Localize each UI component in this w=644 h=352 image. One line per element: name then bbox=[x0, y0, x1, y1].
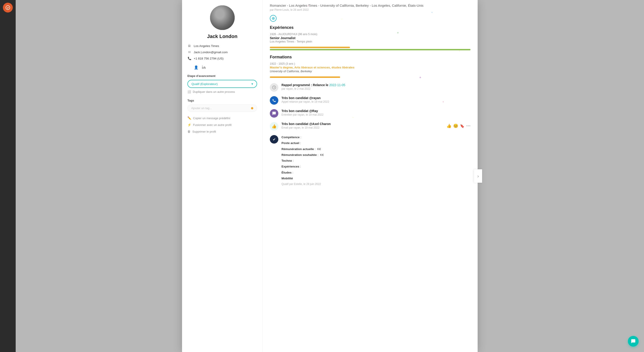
email-timeline-icon: 👍 bbox=[270, 122, 278, 131]
email-value: Jack.London@gmail.com bbox=[194, 50, 228, 54]
rappel-date-link[interactable]: 2022-11-05 bbox=[329, 83, 345, 87]
duplicate-icon: ⬜ bbox=[188, 90, 191, 93]
svg-point-3 bbox=[216, 20, 229, 30]
timeline-item-call: Très bon candidat @rayan Appel relance p… bbox=[270, 96, 470, 105]
rappel-title: Rappel programmé : Relance le 2022-11-05 bbox=[282, 83, 470, 87]
confetti-2: ─ bbox=[341, 18, 342, 20]
email-meta: Email par rayan, le 19 mai 2022 bbox=[282, 126, 443, 129]
exp-company: Los Angeles Times · Temps plein bbox=[270, 40, 470, 43]
copy-message-label: Copier un message prédéfini bbox=[193, 117, 230, 120]
merge-profile-action[interactable]: ⚡ Fusionner avec un autre profil bbox=[188, 123, 257, 127]
company-name: Los Angeles Times bbox=[194, 44, 219, 48]
pencil-icon: ✏️ bbox=[188, 116, 191, 120]
exp-progress-orange bbox=[270, 47, 350, 48]
contact-info: 🏛 Los Angeles Times ✉ Jack.London@gmail.… bbox=[188, 44, 257, 60]
avatar-image bbox=[210, 5, 235, 30]
formation-progress bbox=[270, 76, 340, 78]
stage-value: Qualif (Explorateur) bbox=[192, 82, 218, 86]
copy-message-action[interactable]: ✏️ Copier un message prédéfini bbox=[188, 116, 257, 120]
main-content: Jack London 🏛 Los Angeles Times ✉ Jack.L… bbox=[16, 0, 644, 352]
qual-remuneration-actuelle: Rémunération actuelle : K€ bbox=[282, 147, 470, 151]
qual-competence: Compétence : bbox=[282, 135, 470, 140]
qual-meta: Qualif par Estelle, le 28 juin 2022 bbox=[282, 182, 470, 186]
dropdown-chevron: ▾ bbox=[252, 82, 253, 86]
formation-date: 1922 - 1925 (3 ans ) bbox=[270, 62, 470, 65]
timeline-item-interview: Très bon candidat @Ray Entretien par ray… bbox=[270, 109, 470, 118]
svg-point-1 bbox=[218, 10, 226, 19]
interview-content: Très bon candidat @Ray Entretien par ray… bbox=[282, 109, 470, 116]
profile-meta: par Pierre-Louis, le 26 avril 2022 bbox=[270, 8, 470, 11]
svg-point-4 bbox=[202, 66, 203, 66]
call-icon bbox=[270, 96, 278, 105]
more-reactions[interactable]: ••• bbox=[466, 124, 470, 128]
call-meta: Appel relance par rayan, le 19 mai 2022 bbox=[282, 100, 470, 103]
candidate-modal: Jack London 🏛 Los Angeles Times ✉ Jack.L… bbox=[182, 0, 478, 352]
avatar-container bbox=[188, 5, 257, 30]
tag-input[interactable]: Ajouter un tag... bbox=[188, 104, 257, 112]
timeline-item-rappel: Rappel programmé : Relance le 2022-11-05… bbox=[270, 83, 470, 92]
exp-title: Senior Journalist bbox=[270, 36, 470, 40]
confetti-4: ✦ bbox=[431, 11, 433, 14]
smiley-reaction[interactable]: 😊 bbox=[453, 123, 458, 128]
rappel-icon bbox=[270, 83, 278, 92]
avatar bbox=[210, 5, 235, 30]
interview-meta: Entretien par rayan, le 19 mai 2022 bbox=[282, 113, 470, 116]
svg-point-2 bbox=[219, 11, 226, 18]
thumbs-up-reaction[interactable]: 👍 bbox=[446, 123, 452, 128]
formation-degree: Master's degree, Arts libéraux et scienc… bbox=[270, 66, 470, 69]
tag-dot bbox=[251, 107, 253, 109]
interview-title: Très bon candidat @Ray bbox=[282, 109, 470, 113]
left-panel: Jack London 🏛 Los Angeles Times ✉ Jack.L… bbox=[182, 0, 263, 352]
exp-progress-container bbox=[270, 47, 470, 50]
reaction-bar: 👍 😊 🔖 ••• bbox=[446, 123, 470, 128]
call-title: Très bon candidat @rayan bbox=[282, 96, 470, 100]
qual-techno: Techno : bbox=[282, 159, 470, 163]
qual-remuneration-souhaitee: Rémunération souhaitée : K€ bbox=[282, 153, 470, 157]
delete-profile-action[interactable]: 🗑 Supprimer le profil bbox=[188, 130, 257, 133]
duplicate-label: Dupliquer dans un autre process bbox=[193, 90, 235, 93]
app-logo[interactable] bbox=[3, 3, 13, 12]
app-sidebar bbox=[0, 0, 16, 352]
chat-icon bbox=[272, 111, 276, 115]
profile-headline: Romancier - Los Angeles Times - Universi… bbox=[270, 0, 470, 7]
qual-poste: Poste actuel : bbox=[282, 141, 470, 145]
contact-company: 🏛 Los Angeles Times bbox=[188, 44, 257, 48]
qual-mobilite: Mobilité bbox=[282, 176, 470, 181]
merge-label: Fusionner avec un autre profil bbox=[193, 123, 232, 127]
bookmark-reaction[interactable]: 🔖 bbox=[460, 124, 464, 128]
tags-section: Tags Ajouter un tag... bbox=[188, 99, 257, 112]
confetti-6: ◆ bbox=[420, 76, 421, 78]
phone-value: +1 818 756 2794 (US) bbox=[194, 57, 224, 60]
email-icon: ✉ bbox=[188, 50, 192, 54]
call-content: Très bon candidat @rayan Appel relance p… bbox=[282, 96, 470, 103]
actions-list: ✏️ Copier un message prédéfini ⚡ Fusionn… bbox=[188, 116, 257, 133]
exp-progress-green bbox=[270, 49, 470, 50]
rappel-content: Rappel programmé : Relance le 2022-11-05… bbox=[282, 83, 470, 90]
chat-bubble[interactable] bbox=[628, 336, 639, 347]
timeline-item-email: 👍 Très bon candidat @Axel Charon Email p… bbox=[270, 122, 470, 131]
qual-icon: ✔ bbox=[270, 135, 278, 144]
social-links: 👤 bbox=[194, 65, 257, 70]
formations-title: Formations bbox=[270, 55, 470, 59]
rappel-meta: par rayan, le 2 mai 2022 bbox=[282, 87, 470, 90]
add-button[interactable]: ⊕ bbox=[270, 15, 276, 22]
qualification-block: ✔ Compétence : Poste actuel : Rémunérati… bbox=[270, 135, 470, 186]
phone-icon bbox=[272, 98, 276, 102]
formation-block: 1922 - 1925 (3 ans ) Master's degree, Ar… bbox=[270, 62, 470, 73]
experiences-title: Expériences bbox=[270, 25, 470, 30]
modal-overlay: Jack London 🏛 Los Angeles Times ✉ Jack.L… bbox=[16, 0, 644, 352]
user-profile-icon[interactable]: 👤 bbox=[194, 65, 198, 70]
nav-arrow-right[interactable]: › bbox=[474, 169, 482, 183]
phone-icon: 📞 bbox=[188, 56, 192, 60]
clock-icon bbox=[272, 85, 276, 89]
stage-dropdown[interactable]: Qualif (Explorateur) ▾ bbox=[188, 80, 257, 88]
merge-icon: ⚡ bbox=[188, 123, 191, 127]
contact-phone[interactable]: 📞 +1 818 756 2794 (US) bbox=[188, 56, 257, 60]
contact-email[interactable]: ✉ Jack.London@gmail.com bbox=[188, 50, 257, 54]
email-title: Très bon candidat @Axel Charon bbox=[282, 122, 443, 126]
duplicate-row[interactable]: ⬜ Dupliquer dans un autre process bbox=[188, 90, 257, 93]
profile-name: Jack London bbox=[188, 33, 257, 39]
experience-block: 1926 - AUJOURD'HUI (96 ans 5 mois) Senio… bbox=[270, 33, 470, 43]
delete-label: Supprimer le profil bbox=[192, 130, 216, 133]
linkedin-icon[interactable] bbox=[201, 65, 206, 70]
